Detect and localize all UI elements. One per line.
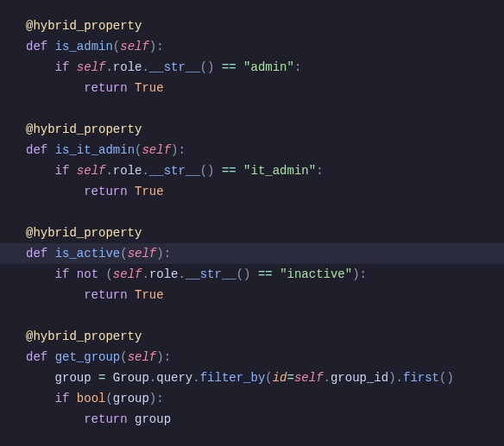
code-line: group = Group.query.filter_by(id=self.gr… <box>26 367 504 388</box>
code-line: if not (self.role.__str__() == "inactive… <box>26 264 504 285</box>
blank-line <box>26 98 504 119</box>
bool-builtin: bool <box>77 392 106 405</box>
code-line: if bool(group): <box>26 388 504 409</box>
decorator: @hybrid_property <box>26 19 142 33</box>
code-line: def is_it_admin(self): <box>26 140 504 160</box>
code-line: if self.role.__str__() == "it_admin": <box>26 160 504 181</box>
blank-line <box>26 202 504 223</box>
code-line-highlighted: def is_active(self): <box>0 243 504 264</box>
code-line: @hybrid_property <box>26 119 504 140</box>
code-line: @hybrid_property <box>26 223 504 243</box>
code-line: @hybrid_property <box>26 16 504 36</box>
code-line: return True <box>26 181 504 202</box>
code-line: if self.role.__str__() == "admin": <box>26 57 504 78</box>
blank-line <box>26 305 504 326</box>
code-line: @hybrid_property <box>26 326 504 347</box>
code-line: return True <box>26 285 504 305</box>
code-editor[interactable]: @hybrid_property def is_admin(self): if … <box>0 0 504 430</box>
code-line: return group <box>26 409 504 430</box>
code-line: return True <box>26 78 504 98</box>
code-line: def is_admin(self): <box>26 36 504 57</box>
code-line: def get_group(self): <box>26 347 504 367</box>
